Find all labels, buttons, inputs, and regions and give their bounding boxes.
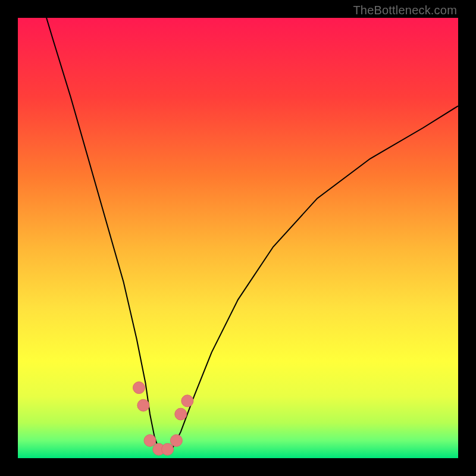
marker-point bbox=[137, 399, 149, 411]
plot-area bbox=[18, 18, 458, 458]
watermark-text: TheBottleneck.com bbox=[353, 4, 457, 17]
marker-point bbox=[181, 395, 193, 407]
chart-frame: TheBottleneck.com bbox=[0, 0, 476, 476]
highlight-markers bbox=[133, 382, 193, 456]
marker-point bbox=[133, 382, 145, 394]
marker-point bbox=[144, 434, 156, 446]
marker-point bbox=[175, 408, 187, 420]
curve-layer bbox=[18, 18, 458, 458]
marker-point bbox=[162, 443, 174, 455]
marker-point bbox=[170, 434, 182, 446]
bottleneck-curve bbox=[40, 18, 458, 453]
